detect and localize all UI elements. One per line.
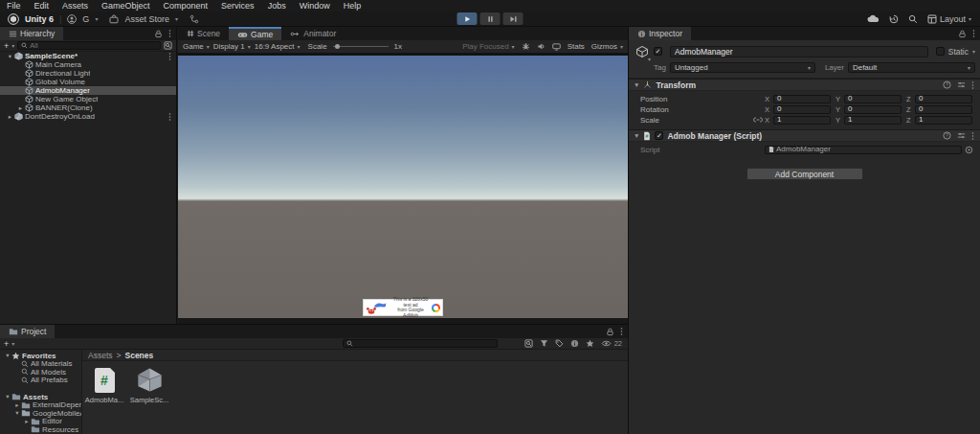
add-gameobject-caret-icon[interactable]: ▾ <box>11 42 14 49</box>
tab-inspector[interactable]: Inspector <box>629 27 691 40</box>
kebab-menu-icon[interactable] <box>168 52 176 61</box>
position-y-field[interactable]: 0 <box>844 95 902 103</box>
foldout-open-icon[interactable]: ▾ <box>4 352 11 359</box>
play-focused-dropdown[interactable]: Play Focused▾ <box>462 42 514 51</box>
hierarchy-item-banner-clone[interactable]: ▸ BANNER(Clone) <box>0 103 176 112</box>
scale-y-field[interactable]: 1 <box>844 116 902 125</box>
rotation-x-field[interactable]: 0 <box>773 105 831 114</box>
aspect-dropdown[interactable]: 16:9 Aspect▾ <box>255 42 301 51</box>
account-avatar-icon[interactable] <box>67 14 77 24</box>
project-tree-item-all-materials[interactable]: All Materials <box>0 360 81 369</box>
menu-services[interactable]: Services <box>214 0 261 11</box>
active-checkbox[interactable]: ✓ <box>654 47 662 56</box>
vsync-display-icon[interactable] <box>552 43 561 51</box>
asset-store-caret-icon[interactable]: ▾ <box>175 15 178 22</box>
add-gameobject-button[interactable]: + <box>4 41 9 51</box>
info-icon[interactable] <box>570 339 579 348</box>
play-button[interactable] <box>457 12 478 25</box>
menu-help[interactable]: Help <box>337 0 368 11</box>
kebab-menu-icon[interactable] <box>972 29 975 38</box>
hidden-count-eye-icon[interactable] <box>601 340 612 347</box>
kebab-menu-icon[interactable] <box>620 327 623 336</box>
hierarchy-search-field[interactable] <box>17 41 161 50</box>
gameobject-cube-icon[interactable]: ▾ <box>634 44 650 58</box>
menu-assets[interactable]: Assets <box>56 0 95 11</box>
project-tree-item-editor[interactable]: ▸ Editor <box>0 418 81 426</box>
layout-dropdown[interactable]: Layout ▾ <box>927 14 971 24</box>
scale-slider-handle[interactable] <box>335 44 340 49</box>
breadcrumb-assets[interactable]: Assets <box>88 351 113 360</box>
project-item-admobma[interactable]: #AdmobMa... <box>86 367 122 404</box>
project-search-input[interactable] <box>355 339 494 348</box>
tab-animator[interactable]: Animator <box>281 27 345 40</box>
pause-button[interactable] <box>480 12 501 25</box>
menu-file[interactable]: File <box>0 0 28 11</box>
foldout-closed-icon[interactable]: ▸ <box>13 401 21 409</box>
tag-dropdown[interactable]: Untagged▾ <box>670 62 815 73</box>
create-asset-caret-icon[interactable]: ▾ <box>11 340 14 347</box>
scale-x-field[interactable]: 1 <box>773 116 831 125</box>
kebab-menu-icon[interactable] <box>971 80 974 90</box>
save-search-star-icon[interactable] <box>586 339 594 348</box>
tab-hierarchy[interactable]: Hierarchy <box>0 27 63 40</box>
account-caret-icon[interactable]: ▾ <box>95 15 98 22</box>
help-icon[interactable]: ? <box>943 131 951 140</box>
hierarchy-item-samplescene[interactable]: ▾ SampleScene* <box>0 52 176 60</box>
menu-component[interactable]: Component <box>157 0 215 11</box>
position-x-field[interactable]: 0 <box>773 95 831 103</box>
lock-icon[interactable] <box>958 30 967 38</box>
admob-script-header[interactable]: ▼ # ✓ Admob Manager (Script) ? <box>629 129 980 142</box>
admob-test-banner[interactable]: This is a 320x50 test ad from Google AdM… <box>364 300 442 315</box>
kebab-menu-icon[interactable] <box>971 131 974 141</box>
display-dropdown[interactable]: Display 1▾ <box>213 42 251 51</box>
hierarchy-item-main-camera[interactable]: Main Camera <box>0 60 176 69</box>
menu-jobs[interactable]: Jobs <box>261 0 293 11</box>
project-tree-item-all-models[interactable]: All Models <box>0 368 81 377</box>
script-field[interactable]: AdmobManager <box>765 146 962 154</box>
presets-icon[interactable] <box>957 131 966 140</box>
version-control-icon[interactable] <box>189 14 199 24</box>
cloud-icon[interactable] <box>867 14 880 23</box>
filter-icon[interactable] <box>540 339 548 348</box>
static-checkbox[interactable] <box>936 47 945 56</box>
bug-icon[interactable] <box>522 42 530 51</box>
help-icon[interactable]: ? <box>943 80 951 89</box>
project-tree-item-googlemobileads[interactable]: ▾ GoogleMobileAds <box>0 409 81 418</box>
tab-game[interactable]: Game <box>229 27 281 40</box>
game-mode-dropdown[interactable]: Game▾ <box>183 42 210 51</box>
rotation-y-field[interactable]: 0 <box>844 105 902 114</box>
menu-window[interactable]: Window <box>293 0 337 11</box>
tab-project[interactable]: Project <box>0 325 55 338</box>
position-z-field[interactable]: 0 <box>915 95 972 103</box>
hierarchy-item-global-volume[interactable]: Global Volume <box>0 78 176 86</box>
tab-scene[interactable]: Scene <box>178 27 229 40</box>
foldout-open-icon[interactable]: ▾ <box>6 53 14 60</box>
project-tree-item-all-prefabs[interactable]: All Prefabs <box>0 377 81 385</box>
menu-gameobject[interactable]: GameObject <box>95 0 157 11</box>
search-picker-icon[interactable] <box>164 41 172 50</box>
hierarchy-item-directional-light[interactable]: Directional Light <box>0 69 176 78</box>
hierarchy-search-input[interactable] <box>30 41 157 50</box>
lock-icon[interactable] <box>606 328 614 336</box>
presets-icon[interactable] <box>957 80 966 89</box>
project-tree-item-externaldependenc[interactable]: ▸ ExternalDependenc <box>0 401 81 410</box>
project-tree-item-resources[interactable]: Resources <box>0 425 81 434</box>
kebab-menu-icon[interactable] <box>168 112 176 122</box>
breadcrumb-scenes[interactable]: Scenes <box>124 351 153 360</box>
hierarchy-item-admobmanager[interactable]: AdmobManager <box>0 86 176 95</box>
search-icon[interactable] <box>908 14 918 24</box>
foldout-open-icon[interactable]: ▼ <box>634 132 639 139</box>
foldout-closed-icon[interactable]: ▸ <box>16 104 25 112</box>
stats-button[interactable]: Stats <box>568 42 585 51</box>
project-tree-item-assets[interactable]: ▾ Assets <box>0 393 81 401</box>
project-item-samplesc[interactable]: SampleSc... <box>131 367 167 404</box>
mute-audio-icon[interactable] <box>537 42 546 51</box>
gizmos-dropdown[interactable]: Gizmos▾ <box>591 42 623 51</box>
history-icon[interactable] <box>889 14 899 24</box>
hierarchy-item-new-game-object[interactable]: New Game Object <box>0 95 176 103</box>
transform-header[interactable]: ▼ Transform ? <box>629 79 980 91</box>
foldout-open-icon[interactable]: ▾ <box>13 409 21 417</box>
create-asset-button[interactable]: + <box>4 339 9 349</box>
gameobject-name-field[interactable]: AdmobManager <box>670 46 928 57</box>
hierarchy-item-dontdestroyonload[interactable]: ▸ DontDestroyOnLoad <box>0 112 176 121</box>
